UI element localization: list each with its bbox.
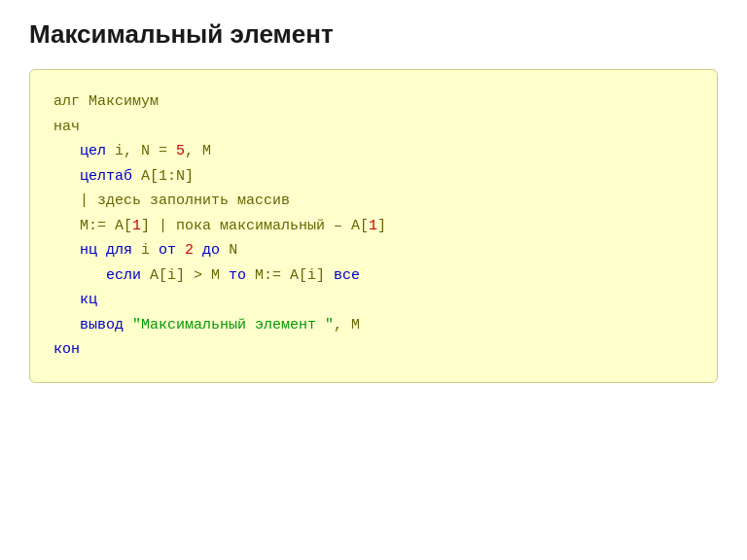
code-line-4: целтаб А[1:N] <box>53 164 694 190</box>
code-line-6: М:= А[1] | пока максимальный – А[1] <box>53 214 694 239</box>
code-line-10: вывод "Максимальный элемент ", М <box>53 313 694 338</box>
code-line-11: кон <box>53 337 694 363</box>
code-line-2: нач <box>53 115 694 140</box>
code-line-8: если А[i] > М то М:= А[i] все <box>53 263 694 289</box>
code-line-9: кц <box>53 288 694 313</box>
page-title: Максимальный элемент <box>29 19 718 50</box>
code-line-3: цел i, N = 5, М <box>53 139 694 164</box>
code-block: алг Максимум нач цел i, N = 5, М целтаб … <box>29 69 718 383</box>
code-line-5: | здесь заполнить массив <box>53 189 694 214</box>
code-line-7: нц для i от 2 до N <box>53 238 694 263</box>
code-line-1: алг Максимум <box>53 89 694 115</box>
